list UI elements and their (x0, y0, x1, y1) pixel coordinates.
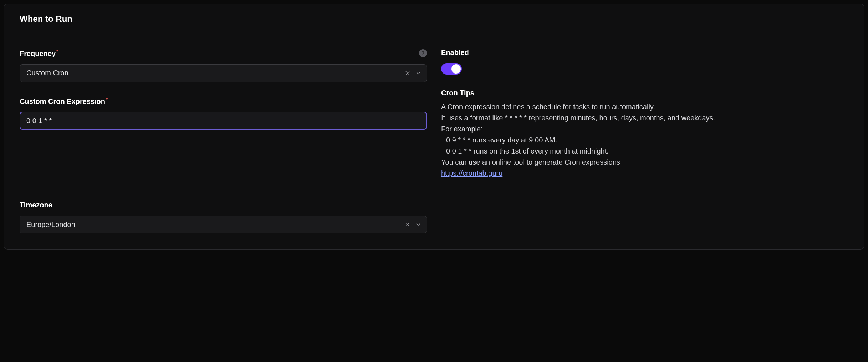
required-indicator: * (106, 96, 108, 102)
spacer (20, 82, 427, 96)
cron-tips-heading: Cron Tips (441, 89, 474, 97)
required-indicator: * (56, 49, 58, 54)
help-icon[interactable]: ? (419, 49, 427, 57)
cron-tips-line: It uses a format like * * * * * represen… (441, 112, 848, 124)
timezone-select-value: Europe/London (26, 221, 404, 229)
frequency-label-text: Frequency (20, 50, 56, 57)
cron-expression-label: Custom Cron Expression* (20, 96, 108, 106)
clear-icon[interactable] (404, 70, 411, 76)
card-body: Frequency* ? Custom Cron (4, 34, 864, 249)
left-column: Frequency* ? Custom Cron (20, 49, 427, 233)
frequency-section: Frequency* ? Custom Cron (20, 49, 427, 82)
cron-tips-line: For example: (441, 124, 848, 135)
card-title: When to Run (20, 14, 848, 24)
frequency-select-value: Custom Cron (26, 69, 404, 77)
timezone-section: Timezone Europe/London (20, 201, 427, 233)
cron-expression-label-text: Custom Cron Expression (20, 97, 105, 105)
frequency-label: Frequency* (20, 49, 58, 58)
enabled-toggle[interactable] (441, 63, 462, 75)
cron-tips-line: A Cron expression defines a schedule for… (441, 101, 848, 112)
frequency-select[interactable]: Custom Cron (20, 64, 427, 82)
enabled-label: Enabled (441, 49, 469, 57)
spacer (20, 130, 427, 201)
clear-icon[interactable] (404, 221, 411, 228)
cron-tips-line: You can use an online tool to generate C… (441, 157, 848, 168)
when-to-run-card: When to Run Frequency* ? Custom Cron (4, 4, 864, 250)
chevron-down-icon[interactable] (415, 70, 422, 76)
right-column: Enabled Cron Tips A Cron expression defi… (441, 49, 848, 233)
cron-tips-example: 0 9 * * * runs every day at 9:00 AM. (441, 135, 848, 146)
cron-tips-body: A Cron expression defines a schedule for… (441, 101, 848, 179)
cron-expression-input[interactable] (26, 117, 422, 125)
frequency-label-row: Frequency* ? (20, 49, 427, 64)
timezone-select[interactable]: Europe/London (20, 216, 427, 233)
enabled-section: Enabled (441, 49, 848, 75)
cron-tips-link[interactable]: https://crontab.guru (441, 169, 502, 177)
cron-expression-input-wrapper (20, 112, 427, 130)
card-header: When to Run (4, 4, 864, 34)
help-icon-glyph: ? (422, 50, 425, 56)
toggle-knob (451, 64, 461, 74)
cron-expression-section: Custom Cron Expression* (20, 96, 427, 130)
frequency-controls (404, 70, 422, 76)
cron-tips-example: 0 0 1 * * runs on the 1st of every month… (441, 146, 848, 157)
timezone-controls (404, 221, 422, 228)
chevron-down-icon[interactable] (415, 221, 422, 228)
timezone-label: Timezone (20, 201, 52, 209)
cron-tips-section: Cron Tips A Cron expression defines a sc… (441, 89, 848, 179)
